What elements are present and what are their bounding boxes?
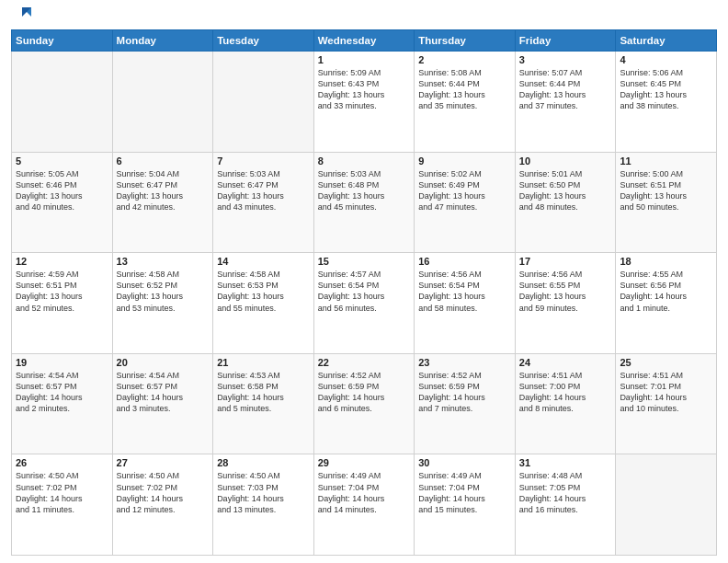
cell-info: Sunrise: 4:53 AM Sunset: 6:58 PM Dayligh… [217,370,310,415]
day-number: 9 [418,155,511,167]
calendar-cell [213,52,314,153]
day-number: 29 [318,457,411,468]
cell-info: Sunrise: 5:08 AM Sunset: 6:44 PM Dayligh… [418,67,511,112]
weekday-header-thursday: Thursday [415,30,516,52]
calendar-cell: 25Sunrise: 4:51 AM Sunset: 7:01 PM Dayli… [616,353,717,454]
day-number: 24 [519,357,612,368]
day-number: 11 [620,155,712,167]
cell-info: Sunrise: 4:57 AM Sunset: 6:54 PM Dayligh… [318,269,411,314]
day-number: 7 [217,155,310,167]
day-number: 1 [318,54,411,65]
day-number: 14 [217,256,310,267]
cell-info: Sunrise: 4:50 AM Sunset: 7:02 PM Dayligh… [117,470,210,515]
calendar-cell: 11Sunrise: 5:00 AM Sunset: 6:51 PM Dayli… [616,152,717,253]
cell-info: Sunrise: 5:02 AM Sunset: 6:49 PM Dayligh… [418,168,511,213]
cell-info: Sunrise: 4:52 AM Sunset: 6:59 PM Dayligh… [318,370,411,415]
header [11,9,717,24]
cell-info: Sunrise: 4:48 AM Sunset: 7:05 PM Dayligh… [519,470,612,515]
calendar-cell [12,52,113,153]
cell-info: Sunrise: 4:51 AM Sunset: 7:00 PM Dayligh… [519,370,612,415]
cell-info: Sunrise: 4:56 AM Sunset: 6:55 PM Dayligh… [519,269,612,314]
day-number: 30 [418,457,511,468]
cell-info: Sunrise: 4:54 AM Sunset: 6:57 PM Dayligh… [117,370,210,415]
logo [11,9,33,24]
cell-info: Sunrise: 5:05 AM Sunset: 6:46 PM Dayligh… [16,168,108,213]
cell-info: Sunrise: 4:58 AM Sunset: 6:52 PM Dayligh… [117,269,210,314]
cell-info: Sunrise: 5:03 AM Sunset: 6:47 PM Dayligh… [217,168,310,213]
cell-info: Sunrise: 4:51 AM Sunset: 7:01 PM Dayligh… [620,370,712,415]
weekday-header-row: SundayMondayTuesdayWednesdayThursdayFrid… [12,30,717,52]
calendar-cell: 7Sunrise: 5:03 AM Sunset: 6:47 PM Daylig… [213,152,314,253]
day-number: 17 [519,256,612,267]
day-number: 15 [318,256,411,267]
calendar-row: 26Sunrise: 4:50 AM Sunset: 7:02 PM Dayli… [12,454,717,556]
calendar-cell: 8Sunrise: 5:03 AM Sunset: 6:48 PM Daylig… [313,152,415,253]
calendar-cell: 1Sunrise: 5:09 AM Sunset: 6:43 PM Daylig… [313,52,415,153]
calendar-cell: 6Sunrise: 5:04 AM Sunset: 6:47 PM Daylig… [112,152,213,253]
cell-info: Sunrise: 4:56 AM Sunset: 6:54 PM Dayligh… [418,269,511,314]
calendar-cell: 19Sunrise: 4:54 AM Sunset: 6:57 PM Dayli… [12,353,113,454]
calendar-cell: 15Sunrise: 4:57 AM Sunset: 6:54 PM Dayli… [313,253,415,354]
calendar-cell: 21Sunrise: 4:53 AM Sunset: 6:58 PM Dayli… [213,353,314,454]
day-number: 4 [620,54,712,65]
cell-info: Sunrise: 5:06 AM Sunset: 6:45 PM Dayligh… [620,67,712,112]
calendar-cell: 4Sunrise: 5:06 AM Sunset: 6:45 PM Daylig… [616,52,717,153]
calendar-row: 1Sunrise: 5:09 AM Sunset: 6:43 PM Daylig… [12,52,717,153]
day-number: 31 [519,457,612,468]
calendar-table: SundayMondayTuesdayWednesdayThursdayFrid… [11,29,717,556]
calendar-cell: 26Sunrise: 4:50 AM Sunset: 7:02 PM Dayli… [12,454,113,556]
weekday-header-sunday: Sunday [12,30,113,52]
cell-info: Sunrise: 5:09 AM Sunset: 6:43 PM Dayligh… [318,67,411,112]
weekday-header-saturday: Saturday [616,30,717,52]
cell-info: Sunrise: 5:00 AM Sunset: 6:51 PM Dayligh… [620,168,712,213]
calendar-cell: 22Sunrise: 4:52 AM Sunset: 6:59 PM Dayli… [313,353,415,454]
cell-info: Sunrise: 5:04 AM Sunset: 6:47 PM Dayligh… [117,168,210,213]
cell-info: Sunrise: 4:52 AM Sunset: 6:59 PM Dayligh… [418,370,511,415]
weekday-header-friday: Friday [515,30,616,52]
cell-info: Sunrise: 4:50 AM Sunset: 7:03 PM Dayligh… [217,470,310,515]
calendar-cell: 31Sunrise: 4:48 AM Sunset: 7:05 PM Dayli… [515,454,616,556]
calendar-cell: 27Sunrise: 4:50 AM Sunset: 7:02 PM Dayli… [112,454,213,556]
day-number: 28 [217,457,310,468]
day-number: 20 [117,357,210,368]
day-number: 5 [16,155,108,167]
day-number: 16 [418,256,511,267]
cell-info: Sunrise: 4:59 AM Sunset: 6:51 PM Dayligh… [16,269,108,314]
calendar-cell: 3Sunrise: 5:07 AM Sunset: 6:44 PM Daylig… [515,52,616,153]
calendar-cell: 24Sunrise: 4:51 AM Sunset: 7:00 PM Dayli… [515,353,616,454]
day-number: 19 [16,357,108,368]
calendar-cell: 29Sunrise: 4:49 AM Sunset: 7:04 PM Dayli… [313,454,415,556]
cell-info: Sunrise: 4:58 AM Sunset: 6:53 PM Dayligh… [217,269,310,314]
cell-info: Sunrise: 4:54 AM Sunset: 6:57 PM Dayligh… [16,370,108,415]
cell-info: Sunrise: 4:55 AM Sunset: 6:56 PM Dayligh… [620,269,712,314]
calendar-row: 5Sunrise: 5:05 AM Sunset: 6:46 PM Daylig… [12,152,717,253]
weekday-header-wednesday: Wednesday [313,30,415,52]
calendar-cell: 5Sunrise: 5:05 AM Sunset: 6:46 PM Daylig… [12,152,113,253]
cell-info: Sunrise: 5:01 AM Sunset: 6:50 PM Dayligh… [519,168,612,213]
calendar-cell: 14Sunrise: 4:58 AM Sunset: 6:53 PM Dayli… [213,253,314,354]
logo-icon [15,4,33,24]
day-number: 18 [620,256,712,267]
day-number: 6 [117,155,210,167]
day-number: 13 [117,256,210,267]
calendar-cell: 20Sunrise: 4:54 AM Sunset: 6:57 PM Dayli… [112,353,213,454]
cell-info: Sunrise: 4:50 AM Sunset: 7:02 PM Dayligh… [16,470,108,515]
day-number: 23 [418,357,511,368]
calendar-cell: 12Sunrise: 4:59 AM Sunset: 6:51 PM Dayli… [12,253,113,354]
cell-info: Sunrise: 4:49 AM Sunset: 7:04 PM Dayligh… [418,470,511,515]
calendar-row: 19Sunrise: 4:54 AM Sunset: 6:57 PM Dayli… [12,353,717,454]
day-number: 3 [519,54,612,65]
calendar-cell [616,454,717,556]
calendar-cell: 2Sunrise: 5:08 AM Sunset: 6:44 PM Daylig… [415,52,516,153]
calendar-cell: 9Sunrise: 5:02 AM Sunset: 6:49 PM Daylig… [415,152,516,253]
calendar-cell: 10Sunrise: 5:01 AM Sunset: 6:50 PM Dayli… [515,152,616,253]
cell-info: Sunrise: 4:49 AM Sunset: 7:04 PM Dayligh… [318,470,411,515]
day-number: 25 [620,357,712,368]
day-number: 10 [519,155,612,167]
calendar-cell: 13Sunrise: 4:58 AM Sunset: 6:52 PM Dayli… [112,253,213,354]
day-number: 2 [418,54,511,65]
day-number: 27 [117,457,210,468]
calendar-cell: 28Sunrise: 4:50 AM Sunset: 7:03 PM Dayli… [213,454,314,556]
calendar-cell: 23Sunrise: 4:52 AM Sunset: 6:59 PM Dayli… [415,353,516,454]
cell-info: Sunrise: 5:07 AM Sunset: 6:44 PM Dayligh… [519,67,612,112]
